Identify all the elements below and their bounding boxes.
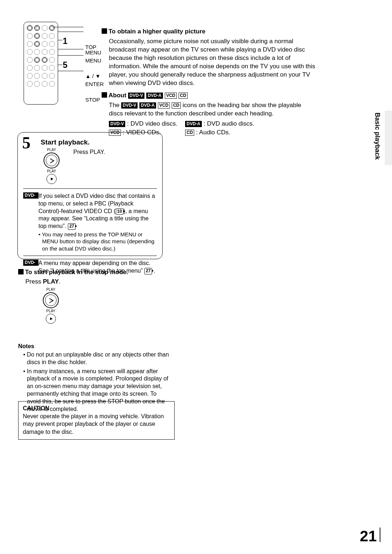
tag-vcd: VCD <box>165 93 177 99</box>
info-sections: To obtain a higher quality picture Occas… <box>102 28 316 137</box>
remote-diagram: TOP MENU MENU ▲ / ▼ ENTER STOP 1 5 <box>24 22 58 105</box>
caution-body: Never operate the player in a moving veh… <box>23 413 164 435</box>
tag-dvdv: DVD-V <box>109 121 125 127</box>
tag-dvda: DVD-A <box>23 260 38 266</box>
play-label: PLAY <box>41 148 62 152</box>
notes-heading: Notes <box>18 343 34 349</box>
square-bullet-icon <box>18 269 24 274</box>
step-5-box: 5 Start playback. PLAY PLAY Press PLAY. … <box>17 132 163 259</box>
tag-dvda: DVD-A <box>146 93 163 99</box>
press-play-text: Press PLAY. <box>73 149 105 155</box>
play-button-diagram: PLAY PLAY <box>41 148 62 185</box>
higher-quality-body: Occasionally, some picture noise not usu… <box>109 37 316 87</box>
step-number: 5 <box>22 135 30 151</box>
play-label: PLAY <box>40 309 62 313</box>
play-label: PLAY <box>40 288 62 292</box>
square-bullet-icon <box>102 92 107 98</box>
play-label: PLAY <box>41 169 62 173</box>
play-icon <box>50 156 54 165</box>
remote-label-enter: ENTER <box>85 81 104 87</box>
about-heading: About DVD-V DVD-A VCD CD <box>102 92 316 99</box>
tag-dvdv: DVD-V <box>121 102 138 109</box>
stop-mode-heading: To start playback in the stop mode. <box>25 269 128 276</box>
remote-label-arrows: ▲ / ▼ <box>85 73 104 79</box>
play-bold: PLAY <box>43 278 59 285</box>
thumb-tab <box>385 111 392 165</box>
callout-5: 5 <box>63 60 68 70</box>
play-icon <box>51 178 53 180</box>
tag-cd: CD <box>179 93 188 99</box>
about-body: The DVD-V DVD-A VCD CD icons on the head… <box>109 101 316 118</box>
page-ref-icon: 27 <box>68 223 75 230</box>
page-number: 21 <box>360 527 380 545</box>
tag-dvda: DVD-A <box>185 121 202 127</box>
remote-label-topmenu: TOP MENU <box>85 44 104 55</box>
step-title: Start playback. <box>41 138 157 146</box>
play-icon <box>49 296 54 305</box>
play-icon <box>50 317 53 320</box>
higher-quality-heading: To obtain a higher quality picture <box>102 28 316 35</box>
about-item-dvda: : DVD audio discs. <box>204 120 254 127</box>
step5-dvdv-bullet: You may need to press the TOP MENU or ME… <box>42 231 154 252</box>
callout-1: 1 <box>63 36 68 46</box>
about-item-dvdv: : DVD video discs. <box>127 120 177 127</box>
stop-mode-section: To start playback in the stop mode. Pres… <box>18 269 163 325</box>
section-label: Basic playback <box>373 113 381 160</box>
caution-heading: CAUTION <box>23 405 49 411</box>
remote-label-stop: STOP <box>85 97 104 102</box>
page-number-value: 21 <box>360 527 377 545</box>
step5-note-dvdv: DVD-V If you select a DVD video disc tha… <box>23 192 157 252</box>
play-button-diagram: PLAY PLAY <box>40 288 62 324</box>
caution-box: CAUTION Never operate the player in a mo… <box>18 401 175 440</box>
tag-dvdv: DVD-V <box>128 93 144 99</box>
tag-cd: CD <box>172 102 181 109</box>
page-ref-icon: 10 <box>116 208 123 215</box>
remote-label-menu: MENU <box>85 58 104 63</box>
about-item-cd: : Audio CDs. <box>196 129 230 136</box>
tag-vcd: VCD <box>158 102 170 109</box>
square-bullet-icon <box>102 28 107 34</box>
tag-dvdv: DVD-V <box>23 192 38 199</box>
tag-dvda: DVD-A <box>139 102 156 109</box>
note-item: Do not put an unplayable disc or any obj… <box>23 351 171 366</box>
tag-cd: CD <box>185 130 194 136</box>
manual-page: Basic playback 21 <box>0 0 392 554</box>
